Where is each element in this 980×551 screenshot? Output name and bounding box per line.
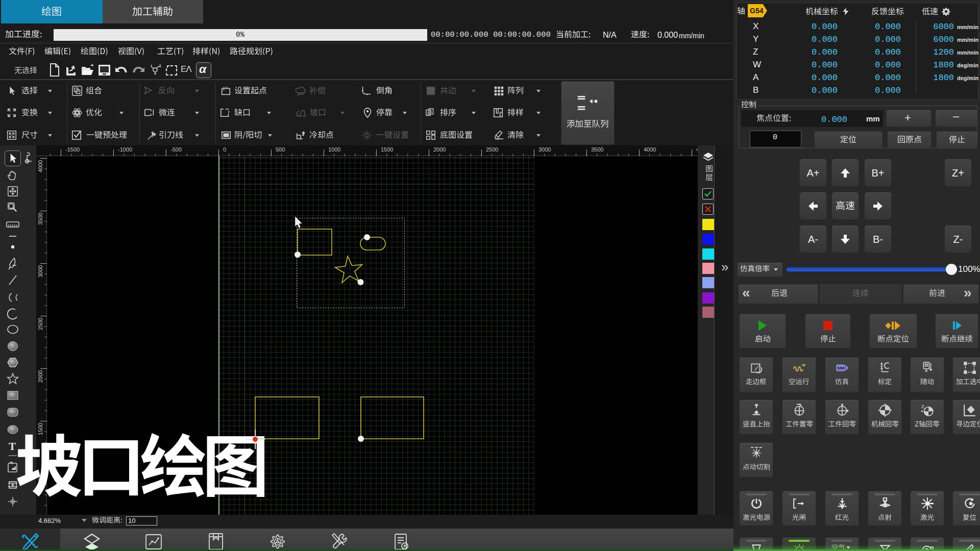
svg-text:4000: 4000 — [644, 146, 656, 153]
svg-text:Z: Z — [921, 404, 924, 409]
svg-text:2: 2 — [427, 111, 429, 116]
svg-text:2500: 2500 — [37, 318, 43, 330]
svg-text:2000: 2000 — [433, 146, 446, 153]
svg-text:500: 500 — [276, 146, 285, 153]
svg-text:1500: 1500 — [381, 146, 393, 153]
svg-text:1: 1 — [430, 109, 433, 114]
svg-text:3: 3 — [159, 63, 161, 68]
svg-text:SIM: SIM — [837, 366, 844, 370]
svg-text:-1500: -1500 — [65, 146, 80, 153]
svg-text:0: 0 — [223, 146, 226, 153]
svg-text:3000: 3000 — [538, 146, 551, 153]
svg-text:4000: 4000 — [37, 160, 43, 172]
svg-text:1000: 1000 — [328, 146, 340, 153]
svg-text:3500: 3500 — [37, 213, 43, 225]
svg-text:-1000: -1000 — [118, 146, 132, 153]
svg-text:3500: 3500 — [591, 146, 603, 153]
svg-text:2500: 2500 — [486, 146, 498, 153]
svg-text:-500: -500 — [170, 146, 182, 153]
svg-text:3000: 3000 — [37, 265, 43, 278]
svg-text:1: 1 — [366, 133, 369, 138]
svg-text:2000: 2000 — [37, 370, 43, 383]
